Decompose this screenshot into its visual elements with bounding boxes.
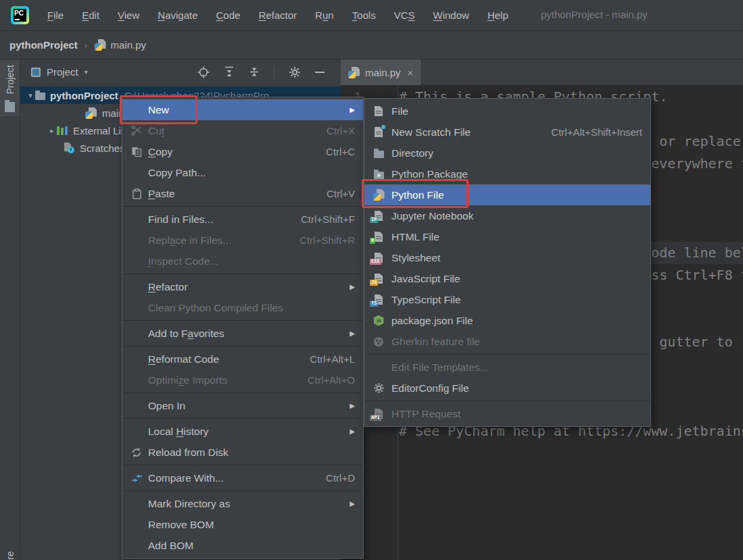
submenu-item-package-json[interactable]: JS package.json File [364,310,650,331]
menubar-item-navigate[interactable]: Navigate [158,9,197,21]
context-menu-item-reload-from-disk[interactable]: Reload from Disk [122,442,363,463]
menubar-item-vcs[interactable]: VCS [394,9,415,21]
scratch-file-icon [370,126,387,138]
context-menu-item-remove-bom[interactable]: Remove BOM [122,514,363,535]
context-menu-item-find-in-files[interactable]: Find in Files... Ctrl+Shift+F [122,209,363,230]
menu-separator [365,401,650,401]
project-tab-label: Project [5,65,16,95]
file-icon [370,106,387,116]
context-menu-item-add-bom[interactable]: Add BOM [122,535,363,556]
context-menu-item-mark-directory-as[interactable]: Mark Directory as ▶ [122,493,363,514]
submenu-item-html-file[interactable]: H HTML File [364,226,650,247]
folder-icon [35,93,45,100]
submenu-item-stylesheet[interactable]: CSS Stylesheet [364,247,650,268]
scratches-icon [64,143,74,153]
context-menu-item-compare-with[interactable]: Compare With... Ctrl+D [122,467,363,488]
clipboard-icon [129,188,144,199]
context-menu-item-add-to-favorites[interactable]: Add to Favorites ▶ [122,323,363,344]
nodejs-icon: JS [370,315,387,326]
chevron-down-icon[interactable]: ▾ [85,68,88,76]
submenu-item-gherkin-feature-file[interactable]: Gherkin feature file [364,331,650,352]
context-menu-item-reformat-code[interactable]: Reformat Code Ctrl+Alt+L [122,349,363,370]
context-menu: New ▶ Cut Ctrl+X Copy Ctrl+C Copy Path..… [122,97,364,559]
gear-icon [370,382,387,394]
new-submenu: File New Scratch File Ctrl+Alt+Shift+Ins… [364,98,651,427]
menu-separator [123,206,362,207]
submenu-item-editorconfig-file[interactable]: EditorConfig File [364,378,650,399]
submenu-item-file[interactable]: File [364,101,650,122]
context-menu-item-refactor[interactable]: Refactor ▶ [122,276,363,297]
close-icon[interactable]: × [408,67,414,78]
menubar-item-edit[interactable]: Edit [82,9,99,21]
html-file-icon: H [370,231,387,243]
js-file-icon: JS [370,273,387,284]
menu-separator [123,392,362,393]
breadcrumb-project[interactable]: pythonProject [9,39,78,51]
context-menu-item-open-in[interactable]: Open In ▶ [122,395,363,416]
context-menu-item-local-history[interactable]: Local History ▶ [122,421,363,442]
menu-separator [123,490,362,491]
menu-separator [123,465,362,465]
package-folder-icon [370,170,387,179]
project-view-icon [31,68,41,77]
context-menu-item-copy-path[interactable]: Copy Path... [122,162,363,183]
python-file-icon [85,107,97,119]
menubar-item-file[interactable]: File [47,9,64,21]
context-menu-item-optimize-imports[interactable]: Optimize Imports Ctrl+Alt+O [122,370,363,390]
chevron-right-icon[interactable]: ▸ [47,126,57,135]
tool-window-tab-project[interactable]: Project [0,59,20,116]
menu-separator [123,418,362,419]
context-menu-item-replace-in-files[interactable]: Replace in Files... Ctrl+Shift+R [122,230,363,251]
project-panel-title[interactable]: Project [47,66,78,78]
context-menu-item-inspect-code[interactable]: Inspect Code... [122,251,363,272]
python-file-icon [348,67,360,78]
css-file-icon: CSS [370,252,387,263]
menubar-item-code[interactable]: Code [216,9,241,21]
locate-file-button[interactable] [197,66,210,78]
menubar-item-view[interactable]: View [118,9,139,21]
menu-separator [123,346,362,347]
submenu-arrow-icon: ▶ [341,500,355,507]
tree-label: pythonProject [50,90,118,101]
collapse-all-button[interactable] [249,66,260,78]
context-menu-item-paste[interactable]: Paste Ctrl+V [122,183,363,204]
project-panel-header: Project ▾ [20,59,341,85]
menubar-item-run[interactable]: Run [315,9,334,21]
expand-all-button[interactable] [224,66,235,78]
tab-label: main.py [365,67,401,78]
submenu-arrow-icon: ▶ [341,106,355,113]
submenu-arrow-icon: ▶ [341,428,355,435]
annotation-box-python-file [362,179,469,208]
settings-gear-button[interactable] [289,66,301,78]
submenu-item-jupyter-notebook[interactable]: IP Jupyter Notebook [364,205,650,226]
menubar-item-tools[interactable]: Tools [352,9,376,21]
context-menu-item-copy[interactable]: Copy Ctrl+C [122,141,363,162]
hide-panel-button[interactable] [315,72,325,73]
submenu-item-http-request[interactable]: API HTTP Request [364,403,650,424]
menubar-item-help[interactable]: Help [487,9,508,21]
menubar-item-window[interactable]: Window [433,9,469,21]
api-file-icon: API [370,408,387,419]
tool-window-tab-structure[interactable]: Structure [0,551,20,560]
copy-icon [129,147,144,157]
chevron-right-icon: › [85,40,88,51]
breadcrumb-file[interactable]: main.py [111,39,147,51]
breadcrumb: pythonProject › main.py [0,31,743,59]
context-menu-item-clean-python-compiled[interactable]: Clean Python Compiled Files [122,297,363,318]
submenu-item-directory[interactable]: Directory [364,143,650,163]
window-title: pythonProject - main.py [541,9,648,20]
submenu-item-typescript-file[interactable]: TS TypeScript File [364,289,650,310]
chevron-down-icon[interactable]: ▾ [26,91,35,100]
submenu-item-edit-file-templates[interactable]: Edit File Templates... [364,357,650,378]
folder-icon [5,102,15,112]
title-bar: PC File Edit View Navigate Code Refactor… [0,0,743,31]
left-tool-strip: Project Structure [0,59,20,560]
editor-tab-main-py[interactable]: main.py × [341,59,422,85]
scissors-icon [129,126,144,136]
submenu-arrow-icon: ▶ [341,330,355,337]
menu-separator [123,274,362,274]
menubar-item-refactor[interactable]: Refactor [258,9,297,21]
submenu-item-new-scratch-file[interactable]: New Scratch File Ctrl+Alt+Shift+Insert [364,122,650,143]
submenu-item-javascript-file[interactable]: JS JavaScript File [364,268,650,289]
annotation-box-new [120,95,197,124]
